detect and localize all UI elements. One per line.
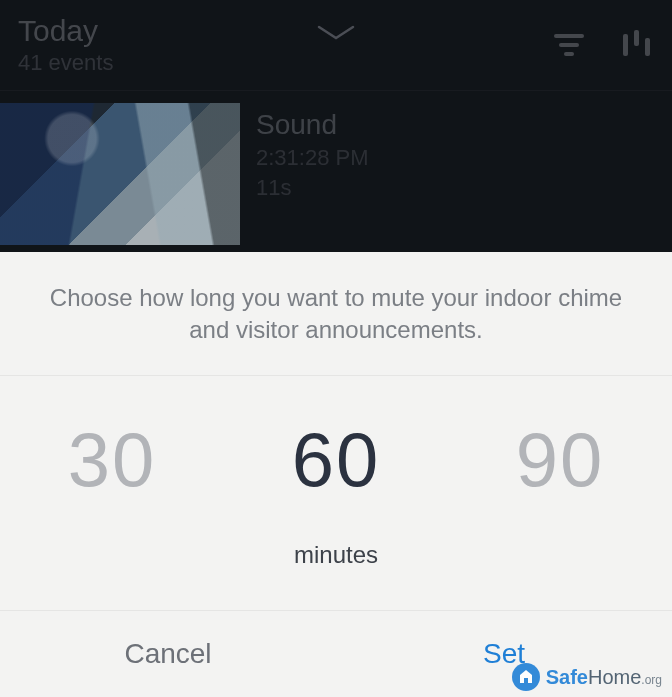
event-thumbnail bbox=[0, 103, 240, 245]
sheet-prompt: Choose how long you want to mute your in… bbox=[0, 252, 672, 376]
set-button[interactable]: Set bbox=[336, 611, 672, 697]
chevron-down-icon bbox=[316, 24, 356, 42]
picker-option-next[interactable]: 90 bbox=[480, 416, 640, 503]
picker-option-prev[interactable]: 30 bbox=[32, 416, 192, 503]
picker-option-selected[interactable]: 60 bbox=[256, 416, 416, 503]
duration-picker[interactable]: 30 60 90 minutes bbox=[0, 376, 672, 611]
mute-duration-sheet: Choose how long you want to mute your in… bbox=[0, 252, 672, 697]
picker-unit-label: minutes bbox=[294, 541, 378, 569]
sheet-actions: Cancel Set bbox=[0, 611, 672, 697]
expand-dropdown[interactable] bbox=[316, 24, 356, 42]
cancel-button[interactable]: Cancel bbox=[0, 611, 336, 697]
